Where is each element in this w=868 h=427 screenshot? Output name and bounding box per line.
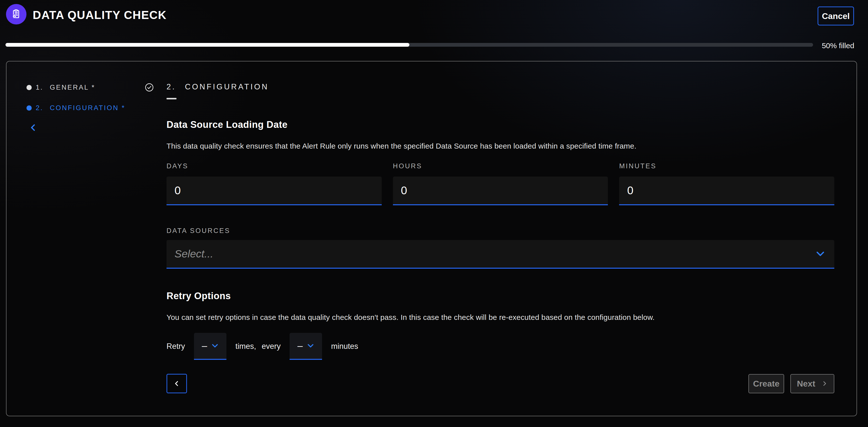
page-title: DATA QUALITY CHECK — [33, 8, 166, 22]
days-field: DAYS — [166, 162, 382, 205]
chevron-down-icon — [815, 249, 825, 259]
chevron-down-icon — [307, 342, 314, 349]
data-quality-check-icon — [6, 4, 27, 25]
retry-suffix-label: minutes — [331, 342, 358, 351]
retry-options-description: You can set retry options in case the da… — [166, 313, 834, 322]
step-bullet — [27, 85, 32, 90]
sidebar-collapse-button[interactable] — [29, 123, 37, 132]
chevron-right-icon — [821, 380, 828, 387]
next-button[interactable]: Next — [790, 374, 834, 393]
step-bullet — [27, 105, 32, 111]
retry-middle-label: times, every — [236, 342, 281, 351]
step-heading: 2.CONFIGURATION — [166, 83, 834, 91]
hours-label: HOURS — [393, 162, 608, 170]
retry-times-select[interactable]: – — [194, 333, 226, 360]
progress-fill — [5, 43, 409, 47]
wizard-footer: Create Next — [166, 374, 834, 393]
wizard-steps-sidebar: 1. GENERAL * 2. CONFIGURATION * — [27, 83, 154, 132]
step-completed-check-icon — [145, 83, 154, 92]
step-number: 2. — [36, 104, 43, 112]
footer-action-buttons: Create Next — [748, 374, 834, 393]
progress-bar — [5, 43, 813, 47]
chevron-left-icon — [174, 380, 180, 387]
back-button[interactable] — [166, 374, 187, 393]
step-number: 1. — [36, 84, 43, 91]
minutes-label: MINUTES — [619, 162, 834, 170]
time-fields-grid: DAYS HOURS MINUTES — [166, 162, 834, 205]
section-title-retry-options: Retry Options — [166, 291, 834, 301]
retry-interval-select[interactable]: – — [289, 333, 322, 360]
create-button[interactable]: Create — [748, 374, 784, 393]
minutes-input[interactable] — [619, 177, 834, 205]
wizard-panel: 1. GENERAL * 2. CONFIGURATION * — [6, 61, 857, 416]
retry-configuration-row: Retry – times, every – minutes — [166, 333, 834, 360]
data-sources-label: DATA SOURCES — [166, 227, 834, 235]
data-quality-check-page: DATA QUALITY CHECK Cancel 50% filled 1. … — [0, 0, 868, 427]
select-placeholder: Select... — [175, 248, 213, 260]
days-label: DAYS — [166, 162, 382, 170]
section-title-loading-date: Data Source Loading Date — [166, 119, 834, 130]
next-button-label: Next — [797, 379, 815, 389]
step-item-configuration[interactable]: 2. CONFIGURATION * — [27, 103, 154, 113]
configuration-step-content: 2.CONFIGURATION Data Source Loading Date… — [166, 61, 834, 393]
step-heading-label: CONFIGURATION — [185, 83, 269, 91]
retry-times-value: – — [202, 341, 207, 350]
loading-date-description: This data quality check ensures that the… — [166, 142, 834, 150]
hours-input[interactable] — [393, 177, 608, 205]
clipboard-gear-glyph — [10, 8, 22, 20]
data-sources-select[interactable]: Select... — [166, 240, 834, 269]
heading-underline — [166, 98, 177, 99]
retry-prefix-label: Retry — [166, 342, 185, 351]
minutes-field: MINUTES — [619, 162, 834, 205]
days-input[interactable] — [166, 177, 382, 205]
step-heading-number: 2. — [166, 83, 176, 91]
retry-interval-value: – — [298, 341, 303, 350]
cancel-button[interactable]: Cancel — [817, 6, 854, 26]
hours-field: HOURS — [393, 162, 608, 205]
progress-label: 50% filled — [822, 41, 854, 50]
chevron-left-icon — [29, 123, 37, 132]
step-item-general[interactable]: 1. GENERAL * — [27, 83, 154, 92]
step-label: CONFIGURATION * — [50, 104, 126, 112]
step-label: GENERAL * — [50, 84, 95, 91]
chevron-down-icon — [211, 342, 219, 349]
